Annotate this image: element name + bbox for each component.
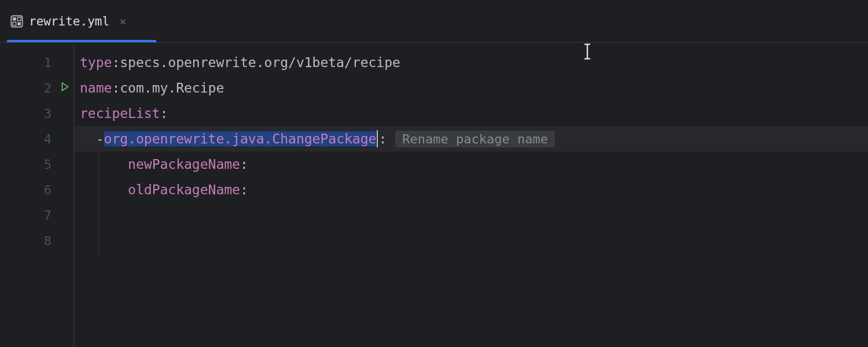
yaml-value: specs.openrewrite.org/v1beta/recipe bbox=[120, 55, 400, 70]
indent-guide bbox=[98, 152, 99, 177]
run-icon[interactable] bbox=[60, 82, 70, 94]
gutter-line[interactable]: 1 bbox=[0, 50, 73, 75]
svg-rect-2 bbox=[17, 17, 21, 21]
gutter-line[interactable]: 7 bbox=[0, 202, 73, 228]
yaml-colon: : bbox=[378, 131, 387, 146]
svg-rect-1 bbox=[13, 17, 16, 21]
code-line-active[interactable]: - org.openrewrite.java.ChangePackage:Ren… bbox=[74, 126, 868, 152]
code-line[interactable]: type: specs.openrewrite.org/v1beta/recip… bbox=[74, 50, 868, 75]
code-line[interactable] bbox=[74, 202, 868, 228]
line-number: 1 bbox=[44, 56, 52, 70]
line-number: 3 bbox=[44, 106, 52, 121]
yaml-colon: : bbox=[240, 157, 248, 172]
yaml-colon: : bbox=[160, 106, 168, 121]
yaml-indent bbox=[80, 182, 128, 197]
indent-guide bbox=[98, 228, 99, 253]
indent-guide bbox=[98, 202, 99, 228]
gutter-line[interactable]: 5 bbox=[0, 152, 73, 177]
yaml-indent bbox=[80, 131, 96, 146]
tab-filename: rewrite.yml bbox=[29, 14, 109, 28]
gutter-line[interactable]: 8 bbox=[0, 228, 73, 253]
gutter-line[interactable]: 2 bbox=[0, 75, 73, 101]
code-line[interactable] bbox=[74, 228, 868, 253]
gutter-line[interactable]: 3 bbox=[0, 101, 73, 126]
close-tab-icon[interactable]: ✕ bbox=[120, 15, 126, 27]
inline-hint: Rename package name bbox=[395, 131, 555, 147]
yaml-colon: : bbox=[240, 182, 248, 197]
file-tab[interactable]: rewrite.yml ✕ bbox=[0, 0, 137, 42]
line-number: 5 bbox=[44, 157, 52, 172]
text-caret bbox=[377, 130, 378, 147]
svg-rect-4 bbox=[17, 22, 21, 25]
code-line[interactable]: name: com.my.Recipe bbox=[74, 75, 868, 101]
yaml-file-icon bbox=[10, 15, 23, 28]
code-line[interactable]: recipeList: bbox=[74, 101, 868, 126]
code-line[interactable]: oldPackageName: bbox=[74, 177, 868, 202]
active-tab-indicator bbox=[7, 40, 156, 42]
yaml-key: newPackageName bbox=[128, 157, 240, 172]
line-number: 8 bbox=[44, 234, 52, 248]
indent-guide bbox=[98, 177, 99, 202]
text-cursor-icon bbox=[582, 43, 593, 64]
svg-rect-3 bbox=[13, 22, 16, 25]
yaml-indent bbox=[80, 157, 128, 172]
yaml-key: recipeList bbox=[80, 106, 160, 121]
gutter: 1 2 3 4 5 6 7 8 bbox=[0, 43, 74, 347]
yaml-dash: - bbox=[96, 131, 104, 146]
yaml-colon: : bbox=[112, 55, 120, 70]
line-number: 4 bbox=[44, 132, 52, 146]
yaml-key: name bbox=[80, 80, 112, 95]
yaml-key: oldPackageName bbox=[128, 182, 240, 197]
yaml-value: com.my.Recipe bbox=[120, 80, 224, 95]
yaml-key: type bbox=[80, 55, 112, 70]
tab-bar: rewrite.yml ✕ bbox=[0, 0, 868, 43]
code-line[interactable]: newPackageName: bbox=[74, 152, 868, 177]
code-area[interactable]: type: specs.openrewrite.org/v1beta/recip… bbox=[74, 43, 868, 347]
editor-container: 1 2 3 4 5 6 7 8 bbox=[0, 43, 868, 347]
line-number: 6 bbox=[44, 183, 52, 197]
yaml-colon: : bbox=[112, 80, 120, 95]
yaml-value-selected: org.openrewrite.java.ChangePackage bbox=[104, 131, 377, 146]
line-number: 7 bbox=[44, 208, 52, 223]
line-number: 2 bbox=[44, 81, 52, 95]
gutter-line[interactable]: 6 bbox=[0, 177, 73, 202]
gutter-line[interactable]: 4 bbox=[0, 126, 73, 152]
